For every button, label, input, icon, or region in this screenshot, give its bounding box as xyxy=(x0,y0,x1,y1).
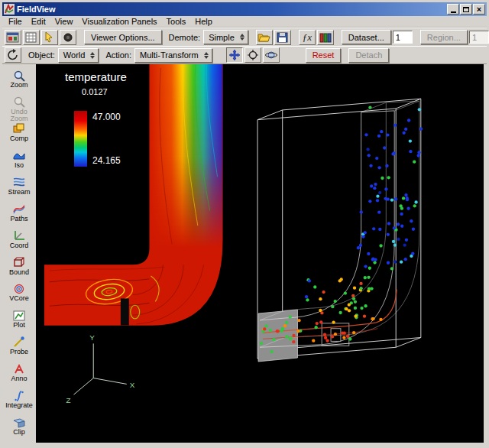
menu-item-file[interactable]: File xyxy=(4,17,27,26)
center-target-icon xyxy=(246,49,260,61)
save-button[interactable] xyxy=(274,30,291,45)
anno-icon xyxy=(11,362,27,375)
detach-button[interactable]: Detach xyxy=(348,48,389,63)
grid-tool-button[interactable] xyxy=(23,30,40,45)
transform-icon xyxy=(6,49,20,61)
sidebar-item-undo-zoom[interactable]: Undo Zoom xyxy=(2,96,36,122)
particle xyxy=(359,282,362,285)
calculator-button[interactable]: ƒx xyxy=(299,30,316,45)
picker-tool-button[interactable] xyxy=(41,30,58,45)
viewport-3d[interactable]: Y X Z temperature 0.0127 47.000 24.165 xyxy=(36,64,484,443)
region-button[interactable]: Region... xyxy=(420,30,468,44)
viewer-options-button[interactable]: Viewer Options... xyxy=(84,30,162,44)
particle xyxy=(379,244,382,247)
sidebar-item-comp[interactable]: Comp xyxy=(2,122,36,149)
particle xyxy=(360,210,363,213)
action-select[interactable]: Multi-Transform xyxy=(134,48,212,63)
particle xyxy=(364,276,367,279)
probe-toggle-button[interactable] xyxy=(60,30,76,45)
books-icon xyxy=(319,31,332,44)
menu-item-tools[interactable]: Tools xyxy=(162,17,191,26)
sidebar-item-integrate[interactable]: Integrate xyxy=(2,389,36,416)
sidebar-item-iso[interactable]: Iso xyxy=(2,149,36,176)
sidebar-item-label: Comp xyxy=(10,135,28,142)
panels-tool-button[interactable] xyxy=(5,30,21,45)
particle xyxy=(322,291,325,294)
maximize-button[interactable] xyxy=(460,4,472,15)
particle xyxy=(414,200,417,203)
menu-item-edit[interactable]: Edit xyxy=(27,17,50,26)
sidebar-item-plot[interactable]: Plot xyxy=(2,309,36,336)
dataset-button[interactable]: Dataset... xyxy=(342,30,391,44)
particle xyxy=(344,291,347,294)
sidebar-item-probe[interactable]: Probe xyxy=(2,336,36,362)
particle xyxy=(264,324,267,327)
particle xyxy=(413,161,416,164)
particle xyxy=(331,335,334,338)
legend-min-value: 24.165 xyxy=(92,155,121,166)
particle xyxy=(375,157,378,160)
region-number-input[interactable] xyxy=(469,31,489,44)
transform-controls-button[interactable] xyxy=(5,47,21,63)
particle xyxy=(418,108,421,111)
particle xyxy=(377,166,381,169)
minimize-button[interactable] xyxy=(447,4,459,15)
particle xyxy=(404,128,407,131)
sidebar-item-paths[interactable]: Paths xyxy=(2,203,36,229)
demote-select[interactable]: Simple xyxy=(203,30,248,44)
particle xyxy=(260,342,263,345)
particle xyxy=(404,258,407,261)
sidebar-item-label: Bound xyxy=(9,269,29,276)
action-label: Action: xyxy=(105,50,131,60)
reset-button[interactable]: Reset xyxy=(306,48,342,63)
panels-library-button[interactable] xyxy=(317,30,334,45)
sidebar-item-anno[interactable]: Anno xyxy=(2,362,36,389)
legend-colorbar xyxy=(74,111,87,167)
particle xyxy=(364,304,367,307)
particle xyxy=(377,211,381,214)
open-dataset-button[interactable] xyxy=(256,30,273,45)
particle xyxy=(364,231,367,234)
coord-icon xyxy=(11,229,27,242)
sidebar-item-clip[interactable]: Clip xyxy=(2,416,36,443)
axis-y-label: Y xyxy=(89,333,95,342)
particle xyxy=(400,213,403,216)
center-mode-button[interactable] xyxy=(244,47,261,63)
particle xyxy=(405,239,408,242)
object-select[interactable]: World xyxy=(58,48,99,63)
app-logo-icon xyxy=(4,4,15,15)
dataset-number-input[interactable] xyxy=(393,31,413,44)
orbit-mode-button[interactable] xyxy=(263,47,280,63)
sidebar-item-coord[interactable]: Coord xyxy=(2,229,36,256)
axis-x-label: X xyxy=(130,381,135,389)
particle xyxy=(371,258,374,261)
flow-obstruction xyxy=(121,298,129,325)
sidebar-item-vcore[interactable]: VCore xyxy=(2,282,36,309)
sidebar-item-stream[interactable]: Stream xyxy=(2,176,36,203)
particle xyxy=(406,198,409,201)
particle xyxy=(404,193,407,196)
titlebar[interactable]: FieldView × xyxy=(2,2,487,16)
pan-arrows-icon xyxy=(228,49,241,61)
particle xyxy=(290,337,293,340)
sidebar-item-zoom[interactable]: Zoom xyxy=(2,69,36,96)
particle xyxy=(292,340,295,343)
particle xyxy=(387,261,390,265)
pan-mode-button[interactable] xyxy=(226,47,243,63)
particle xyxy=(380,130,383,133)
particle xyxy=(413,204,416,207)
particle xyxy=(361,235,364,238)
menu-item-help[interactable]: Help xyxy=(190,17,217,26)
particle xyxy=(367,252,370,255)
particle xyxy=(280,330,283,333)
close-button[interactable]: × xyxy=(473,4,485,15)
sidebar-item-bound[interactable]: Bound xyxy=(2,256,36,283)
sidebar-item-label: Probe xyxy=(10,349,28,355)
menu-item-view[interactable]: View xyxy=(50,17,78,26)
particle xyxy=(367,276,370,279)
spinner-icon xyxy=(204,52,209,59)
particle xyxy=(372,227,375,230)
particle xyxy=(343,332,346,335)
particle xyxy=(319,320,322,323)
menu-item-visualization-panels[interactable]: Visualization Panels xyxy=(77,17,161,26)
